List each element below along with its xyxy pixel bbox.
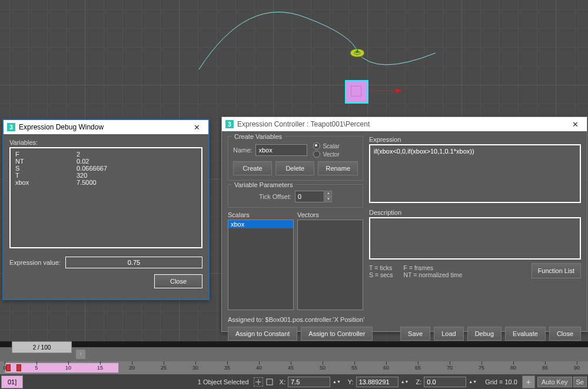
- scalar-radio[interactable]: Scalar: [313, 142, 339, 149]
- x-input[interactable]: [288, 377, 330, 387]
- scalars-list[interactable]: xbox: [228, 220, 294, 310]
- svg-marker-3: [396, 88, 403, 93]
- time-slider[interactable]: 2 / 100: [12, 341, 72, 353]
- list-item[interactable]: xbox: [228, 220, 293, 228]
- z-input[interactable]: [424, 377, 466, 387]
- variables-list: F2 NT0.02 S0.0666667 T320 xbox7.5000: [9, 147, 202, 248]
- rename-button[interactable]: Rename: [318, 161, 358, 175]
- svg-rect-6: [267, 379, 273, 385]
- expression-controller-window: 3 Expression Controller : Teapot001\Perc…: [221, 117, 587, 332]
- tick-offset-spinner[interactable]: ▲▼: [295, 191, 332, 202]
- tick-offset-label: Tick Offset:: [259, 193, 291, 200]
- description-textarea[interactable]: [369, 217, 581, 260]
- transform-icon[interactable]: [265, 378, 274, 386]
- expression-textarea[interactable]: if(xbox<0,0,if(xbox>10,1,0.1*xbox)): [369, 144, 581, 203]
- selection-lock-icon[interactable]: [254, 377, 263, 387]
- controller-titlebar[interactable]: 3 Expression Controller : Teapot001\Perc…: [222, 117, 587, 131]
- save-button[interactable]: Save: [400, 327, 430, 341]
- add-time-tag-icon[interactable]: +: [522, 375, 535, 388]
- name-label: Name:: [233, 147, 252, 154]
- scalars-label: Scalars: [228, 211, 294, 218]
- app-icon: 3: [225, 120, 234, 128]
- close-icon[interactable]: ✕: [188, 122, 205, 132]
- keyframe[interactable]: [16, 364, 21, 371]
- time-slider-track[interactable]: 2 / 100 ›: [0, 347, 588, 361]
- variable-parameters-group: Variable Parameters Tick Offset: ▲▼: [228, 184, 363, 208]
- vectors-list[interactable]: [297, 220, 363, 310]
- expression-debug-window: 3 Expression Debug Window ✕ Variables: F…: [2, 119, 210, 300]
- load-button[interactable]: Load: [434, 327, 463, 341]
- description-label: Description: [369, 209, 581, 216]
- timeline-ruler[interactable]: 051015202530354045505560657075808590: [0, 361, 588, 374]
- selection-count: 1 Object Selected: [198, 378, 249, 385]
- app-icon: 3: [7, 123, 15, 131]
- evaluate-button[interactable]: Evaluate: [505, 327, 546, 341]
- assigned-to-label: Assigned to:: [228, 316, 264, 323]
- slider-button[interactable]: ›: [75, 349, 86, 360]
- autokey-button[interactable]: Auto Key: [537, 377, 572, 387]
- close-icon[interactable]: ✕: [567, 119, 583, 129]
- create-variables-group: Create Variables Name: Scalar Vector Cre…: [228, 136, 363, 181]
- z-coord: Z: ▲▼: [413, 377, 481, 387]
- vectors-label: Vectors: [297, 211, 363, 218]
- close-button[interactable]: Close: [154, 274, 202, 288]
- debug-titlebar[interactable]: 3 Expression Debug Window ✕: [4, 120, 208, 134]
- teapot-object[interactable]: [348, 45, 366, 58]
- debug-button[interactable]: Debug: [467, 327, 501, 341]
- debug-title: Expression Debug Window: [19, 123, 104, 131]
- expression-value: 0.75: [65, 257, 202, 268]
- y-input[interactable]: [356, 377, 398, 387]
- assigned-to-value: $Box001.pos.controller.'X Position': [265, 316, 365, 323]
- function-list-button[interactable]: Function List: [531, 263, 581, 278]
- spinner-down-icon[interactable]: ▼: [325, 197, 332, 202]
- keyframe[interactable]: [6, 364, 11, 371]
- spinner-up-icon[interactable]: ▲: [325, 191, 332, 197]
- se-button[interactable]: Se: [573, 377, 587, 387]
- assign-controller-button[interactable]: Assign to Controller: [301, 327, 373, 341]
- controller-title: Expression Controller : Teapot001\Percen…: [237, 120, 370, 128]
- trajectory-curve: [0, 0, 588, 118]
- delete-button[interactable]: Delete: [275, 161, 314, 175]
- x-coord: X: ▲▼: [276, 377, 344, 387]
- grid-size: Grid = 10.0: [485, 378, 517, 385]
- name-input[interactable]: [255, 144, 307, 156]
- selection-tab[interactable]: 01]: [1, 375, 23, 388]
- expression-label: Expression: [369, 136, 581, 143]
- variables-label: Variables:: [9, 139, 202, 146]
- status-bar: 01] 1 Object Selected X: ▲▼ Y: ▲▼ Z: ▲▼ …: [0, 374, 588, 389]
- create-button[interactable]: Create: [233, 161, 272, 175]
- assign-constant-button[interactable]: Assign to Constant: [228, 327, 297, 341]
- y-coord: Y: ▲▼: [344, 377, 413, 387]
- vector-radio[interactable]: Vector: [313, 151, 339, 158]
- close-button[interactable]: Close: [549, 327, 581, 341]
- box-gizmo[interactable]: [345, 80, 368, 104]
- x-axis-arrow[interactable]: [370, 87, 403, 94]
- expression-value-label: Expression value:: [9, 259, 61, 266]
